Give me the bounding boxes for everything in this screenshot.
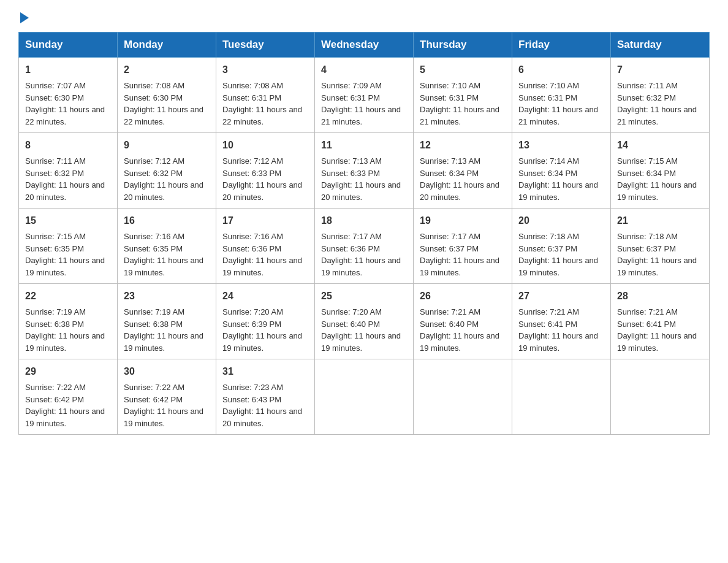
day-number: 21	[617, 213, 703, 228]
sunrise-text: Sunrise: 7:22 AM	[25, 383, 86, 392]
logo-arrow-icon	[20, 12, 29, 23]
sunset-text: Sunset: 6:31 PM	[518, 93, 577, 102]
day-number: 23	[124, 289, 210, 304]
logo	[18, 12, 29, 20]
day-header-wednesday: Wednesday	[315, 33, 414, 58]
daylight-text: Daylight: 11 hours and 19 minutes.	[518, 256, 598, 277]
sunrise-text: Sunrise: 7:17 AM	[420, 232, 480, 241]
calendar-body: 1Sunrise: 7:07 AMSunset: 6:30 PMDaylight…	[19, 58, 710, 435]
sunset-text: Sunset: 6:34 PM	[518, 169, 577, 178]
day-number: 9	[124, 138, 210, 153]
daylight-text: Daylight: 11 hours and 19 minutes.	[617, 331, 697, 353]
sunrise-text: Sunrise: 7:12 AM	[222, 156, 283, 166]
calendar-day-6: 6Sunrise: 7:10 AMSunset: 6:31 PMDaylight…	[512, 58, 611, 133]
day-number: 2	[124, 63, 210, 77]
sunset-text: Sunset: 6:36 PM	[222, 244, 281, 253]
sunset-text: Sunset: 6:43 PM	[222, 395, 281, 404]
calendar-day-26: 26Sunrise: 7:21 AMSunset: 6:40 PMDayligh…	[414, 284, 512, 359]
day-number: 24	[222, 289, 308, 304]
page-header	[18, 12, 710, 20]
calendar-day-8: 8Sunrise: 7:11 AMSunset: 6:32 PMDaylight…	[19, 133, 118, 209]
sunset-text: Sunset: 6:41 PM	[617, 320, 676, 329]
sunset-text: Sunset: 6:31 PM	[222, 93, 281, 102]
day-number: 22	[25, 289, 111, 304]
calendar-day-1: 1Sunrise: 7:07 AMSunset: 6:30 PMDaylight…	[19, 58, 118, 133]
day-number: 11	[321, 138, 407, 153]
daylight-text: Daylight: 11 hours and 20 minutes.	[25, 180, 105, 202]
day-number: 6	[518, 63, 604, 77]
sunset-text: Sunset: 6:37 PM	[617, 244, 676, 253]
sunset-text: Sunset: 6:37 PM	[518, 244, 577, 253]
calendar-day-23: 23Sunrise: 7:19 AMSunset: 6:38 PMDayligh…	[118, 284, 216, 359]
sunset-text: Sunset: 6:40 PM	[420, 320, 479, 329]
sunrise-text: Sunrise: 7:10 AM	[518, 81, 579, 90]
sunrise-text: Sunrise: 7:12 AM	[124, 156, 184, 166]
calendar-week-2: 8Sunrise: 7:11 AMSunset: 6:32 PMDaylight…	[19, 133, 710, 209]
calendar-day-18: 18Sunrise: 7:17 AMSunset: 6:36 PMDayligh…	[315, 209, 414, 284]
day-header-tuesday: Tuesday	[216, 33, 315, 58]
empty-cell	[315, 359, 414, 435]
day-header-friday: Friday	[512, 33, 611, 58]
daylight-text: Daylight: 11 hours and 20 minutes.	[321, 180, 401, 202]
daylight-text: Daylight: 11 hours and 19 minutes.	[222, 331, 302, 353]
header-row: SundayMondayTuesdayWednesdayThursdayFrid…	[19, 33, 710, 58]
calendar-table: SundayMondayTuesdayWednesdayThursdayFrid…	[18, 32, 710, 435]
sunrise-text: Sunrise: 7:13 AM	[420, 156, 480, 166]
daylight-text: Daylight: 11 hours and 19 minutes.	[518, 331, 598, 353]
day-number: 3	[222, 63, 308, 77]
sunset-text: Sunset: 6:41 PM	[518, 320, 577, 329]
calendar-day-5: 5Sunrise: 7:10 AMSunset: 6:31 PMDaylight…	[414, 58, 512, 133]
day-header-sunday: Sunday	[19, 33, 118, 58]
sunrise-text: Sunrise: 7:21 AM	[518, 307, 579, 316]
calendar-day-16: 16Sunrise: 7:16 AMSunset: 6:35 PMDayligh…	[118, 209, 216, 284]
day-number: 5	[420, 63, 506, 77]
daylight-text: Daylight: 11 hours and 19 minutes.	[518, 180, 598, 202]
calendar-day-21: 21Sunrise: 7:18 AMSunset: 6:37 PMDayligh…	[611, 209, 710, 284]
daylight-text: Daylight: 11 hours and 20 minutes.	[222, 180, 302, 202]
daylight-text: Daylight: 11 hours and 19 minutes.	[124, 331, 203, 353]
daylight-text: Daylight: 11 hours and 19 minutes.	[321, 256, 401, 277]
calendar-day-30: 30Sunrise: 7:22 AMSunset: 6:42 PMDayligh…	[118, 359, 216, 435]
daylight-text: Daylight: 11 hours and 19 minutes.	[25, 407, 105, 428]
calendar-day-11: 11Sunrise: 7:13 AMSunset: 6:33 PMDayligh…	[315, 133, 414, 209]
sunrise-text: Sunrise: 7:08 AM	[124, 81, 184, 90]
sunrise-text: Sunrise: 7:21 AM	[420, 307, 480, 316]
sunset-text: Sunset: 6:34 PM	[420, 169, 479, 178]
calendar-day-19: 19Sunrise: 7:17 AMSunset: 6:37 PMDayligh…	[414, 209, 512, 284]
empty-cell	[512, 359, 611, 435]
sunrise-text: Sunrise: 7:16 AM	[124, 232, 184, 241]
daylight-text: Daylight: 11 hours and 19 minutes.	[617, 256, 697, 277]
daylight-text: Daylight: 11 hours and 19 minutes.	[420, 331, 499, 353]
day-header-thursday: Thursday	[414, 33, 512, 58]
sunrise-text: Sunrise: 7:22 AM	[124, 383, 184, 392]
calendar-day-7: 7Sunrise: 7:11 AMSunset: 6:32 PMDaylight…	[611, 58, 710, 133]
sunrise-text: Sunrise: 7:10 AM	[420, 81, 480, 90]
sunset-text: Sunset: 6:34 PM	[617, 169, 676, 178]
calendar-day-22: 22Sunrise: 7:19 AMSunset: 6:38 PMDayligh…	[19, 284, 118, 359]
day-number: 29	[25, 364, 111, 379]
sunrise-text: Sunrise: 7:19 AM	[25, 307, 86, 316]
day-number: 20	[518, 213, 604, 228]
daylight-text: Daylight: 11 hours and 20 minutes.	[124, 180, 203, 202]
calendar-day-15: 15Sunrise: 7:15 AMSunset: 6:35 PMDayligh…	[19, 209, 118, 284]
daylight-text: Daylight: 11 hours and 21 minutes.	[321, 105, 401, 126]
day-number: 17	[222, 213, 308, 228]
calendar-day-20: 20Sunrise: 7:18 AMSunset: 6:37 PMDayligh…	[512, 209, 611, 284]
day-number: 26	[420, 289, 506, 304]
sunset-text: Sunset: 6:31 PM	[321, 93, 380, 102]
day-number: 12	[420, 138, 506, 153]
daylight-text: Daylight: 11 hours and 19 minutes.	[617, 180, 697, 202]
calendar-day-13: 13Sunrise: 7:14 AMSunset: 6:34 PMDayligh…	[512, 133, 611, 209]
sunset-text: Sunset: 6:30 PM	[25, 93, 84, 102]
sunrise-text: Sunrise: 7:07 AM	[25, 81, 86, 90]
day-number: 14	[617, 138, 703, 153]
daylight-text: Daylight: 11 hours and 19 minutes.	[420, 256, 499, 277]
day-number: 27	[518, 289, 604, 304]
sunset-text: Sunset: 6:32 PM	[25, 169, 84, 178]
sunset-text: Sunset: 6:42 PM	[124, 395, 183, 404]
sunset-text: Sunset: 6:33 PM	[321, 169, 380, 178]
sunrise-text: Sunrise: 7:23 AM	[222, 383, 283, 392]
day-number: 28	[617, 289, 703, 304]
sunset-text: Sunset: 6:32 PM	[124, 169, 183, 178]
daylight-text: Daylight: 11 hours and 19 minutes.	[25, 256, 105, 277]
